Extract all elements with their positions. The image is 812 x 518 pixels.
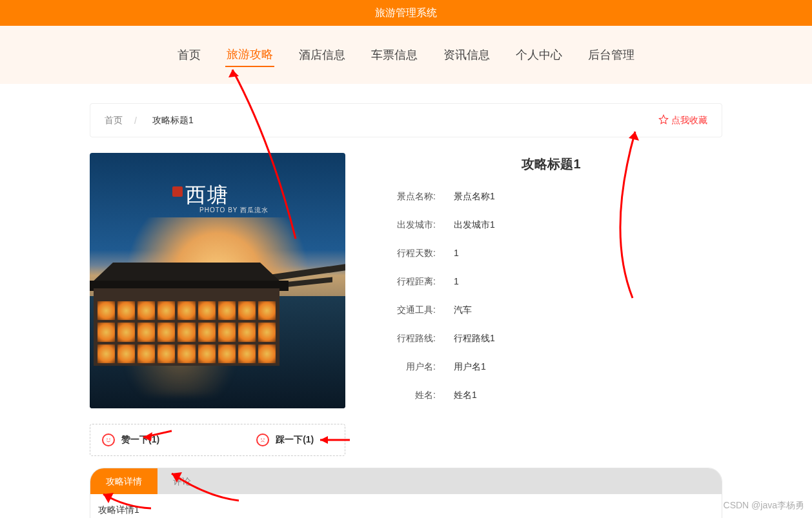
nav-travel-guide[interactable]: 旅游攻略 xyxy=(225,43,274,67)
watermark: CSDN @java李杨勇 xyxy=(724,500,804,512)
field-label: 行程距离: xyxy=(380,276,436,288)
svg-point-2 xyxy=(261,439,262,440)
detail-title: 攻略标题1 xyxy=(380,155,722,173)
field-value: 1 xyxy=(454,276,459,288)
field-value: 汽车 xyxy=(454,304,472,316)
vote-bar: 赞一下(1) 踩一下(1) xyxy=(90,424,345,456)
breadcrumb: 首页 / 攻略标题1 点我收藏 xyxy=(90,103,722,137)
breadcrumb-home[interactable]: 首页 xyxy=(105,115,123,126)
app-header: 旅游管理系统 xyxy=(0,0,812,26)
nav-hotel-info[interactable]: 酒店信息 xyxy=(298,43,347,66)
field-label: 用户名: xyxy=(380,361,436,373)
field-value: 姓名1 xyxy=(454,390,477,401)
nav-news-info[interactable]: 资讯信息 xyxy=(442,43,491,66)
svg-point-3 xyxy=(263,439,265,440)
favorite-label: 点我收藏 xyxy=(671,115,707,126)
photo-credit: PHOTO BY 西瓜流水 xyxy=(199,206,269,215)
nav-personal-center[interactable]: 个人中心 xyxy=(514,43,563,66)
guide-photo: 西塘 PHOTO BY 西瓜流水 xyxy=(90,153,345,408)
field-value: 行程路线1 xyxy=(454,333,495,344)
main-nav: 首页 旅游攻略 酒店信息 车票信息 资讯信息 个人中心 后台管理 xyxy=(0,26,812,84)
detail-panel: 攻略标题1 景点名称:景点名称1 出发城市:出发城市1 行程天数:1 行程距离:… xyxy=(380,153,722,456)
field-value: 出发城市1 xyxy=(454,219,495,231)
tab-detail[interactable]: 攻略详情 xyxy=(90,468,157,494)
field-label: 姓名: xyxy=(380,390,436,401)
app-title: 旅游管理系统 xyxy=(375,7,437,18)
tabs-bar: 攻略详情 评论 xyxy=(90,468,722,494)
breadcrumb-sep: / xyxy=(134,115,137,126)
favorite-button[interactable]: 点我收藏 xyxy=(658,114,707,126)
field-label: 行程天数: xyxy=(380,248,436,259)
field-label: 行程路线: xyxy=(380,333,436,344)
field-value: 1 xyxy=(454,248,459,259)
breadcrumb-current: 攻略标题1 xyxy=(152,115,194,126)
smile-icon xyxy=(102,433,115,446)
nav-home[interactable]: 首页 xyxy=(176,43,202,66)
svg-point-1 xyxy=(109,439,110,440)
like-label: 赞一下(1) xyxy=(121,434,159,446)
field-value: 景点名称1 xyxy=(454,191,495,203)
field-value: 用户名1 xyxy=(454,361,486,373)
field-label: 出发城市: xyxy=(380,219,436,231)
tab-comments[interactable]: 评论 xyxy=(157,468,207,494)
frown-icon xyxy=(256,433,269,446)
nav-admin[interactable]: 后台管理 xyxy=(587,43,636,66)
field-label: 交通工具: xyxy=(380,304,436,316)
nav-ticket-info[interactable]: 车票信息 xyxy=(370,43,419,66)
star-icon xyxy=(658,114,669,126)
tab-content: 攻略详情1 xyxy=(90,494,722,518)
content-tabs-panel: 攻略详情 评论 攻略详情1 xyxy=(90,468,722,518)
svg-point-0 xyxy=(107,439,108,440)
field-label: 景点名称: xyxy=(380,191,436,203)
dislike-button[interactable]: 踩一下(1) xyxy=(256,433,314,446)
dislike-label: 踩一下(1) xyxy=(276,434,314,446)
like-button[interactable]: 赞一下(1) xyxy=(102,433,159,446)
